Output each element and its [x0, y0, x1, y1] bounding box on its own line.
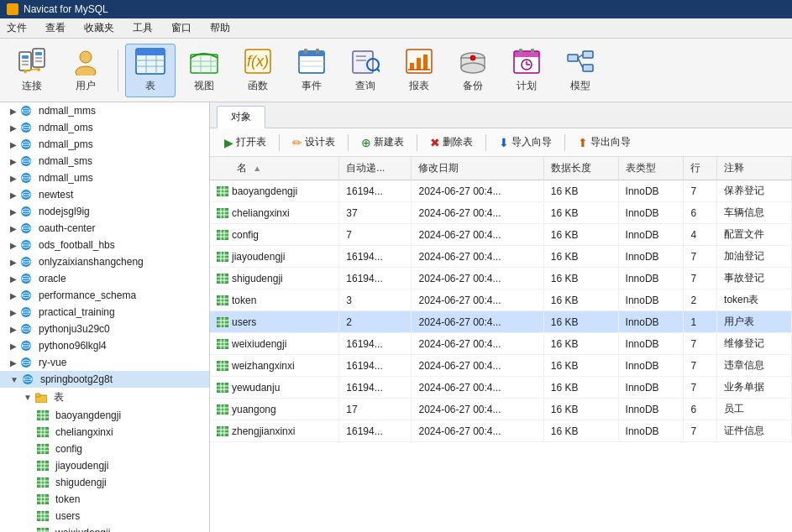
- menu-file[interactable]: 文件: [3, 19, 30, 37]
- backup-icon: [458, 48, 488, 76]
- export-icon: ⬆: [578, 136, 588, 149]
- sidebar-item[interactable]: ▶ods_football_hbs: [0, 237, 209, 253]
- col-data-size[interactable]: 数据长度: [543, 157, 618, 180]
- sidebar-item[interactable]: jiayoudengji: [0, 457, 209, 474]
- table-row[interactable]: config 7 2024-06-27 00:4... 16 KB InnoDB…: [210, 224, 792, 246]
- sidebar-item[interactable]: ▶onlyzaixianshangcheng: [0, 253, 209, 270]
- menu-tools[interactable]: 工具: [129, 19, 156, 37]
- table-row[interactable]: yewudanju 16194... 2024-06-27 00:4... 16…: [210, 377, 792, 399]
- svg-rect-181: [217, 252, 228, 262]
- cell-modified: 2024-06-27 00:4...: [412, 333, 543, 355]
- function-button[interactable]: f(x) 函数: [233, 44, 283, 97]
- user-button[interactable]: 用户: [60, 44, 111, 97]
- sidebar-item[interactable]: weixiudengji: [0, 524, 209, 532]
- col-engine[interactable]: 表类型: [618, 157, 684, 180]
- col-auto-inc[interactable]: 自动递...: [339, 157, 412, 180]
- sidebar-item[interactable]: baoyangdengji: [0, 407, 209, 424]
- sidebar-item[interactable]: ▶ndmall_mms: [0, 102, 209, 119]
- backup-button[interactable]: 备份: [448, 44, 498, 97]
- expand-arrow: ▼: [24, 393, 32, 402]
- cell-comment: 证件信息: [717, 420, 792, 442]
- sidebar-item[interactable]: config: [0, 441, 209, 457]
- sidebar-item[interactable]: ▶practical_training: [0, 304, 209, 321]
- col-modified[interactable]: 修改日期: [412, 157, 543, 180]
- col-name[interactable]: 名 ▲: [210, 157, 339, 180]
- menu-view[interactable]: 查看: [42, 19, 69, 37]
- sidebar-item[interactable]: ▶oauth-center: [0, 220, 209, 237]
- event-button[interactable]: 事件: [286, 44, 337, 97]
- menu-favorites[interactable]: 收藏夹: [81, 19, 118, 37]
- svg-rect-27: [299, 51, 324, 56]
- db-icon: [20, 256, 32, 268]
- cell-comment: 事故登记: [717, 268, 792, 289]
- new-table-button[interactable]: ⊕ 新建表: [354, 132, 412, 153]
- sidebar-item[interactable]: ▶performance_schema: [0, 287, 209, 304]
- table-row[interactable]: zhengjianxinxi 16194... 2024-06-27 00:4.…: [210, 420, 792, 442]
- sidebar-item[interactable]: ▶oracle: [0, 270, 209, 287]
- delete-table-button[interactable]: ✖ 删除表: [422, 132, 480, 153]
- view-button[interactable]: 视图: [179, 44, 229, 97]
- sidebar-item[interactable]: ▶ry-vue: [0, 354, 209, 371]
- sidebar-item[interactable]: cheliangxinxi: [0, 424, 209, 441]
- table-small-icon: [37, 528, 49, 532]
- col-rows[interactable]: 行: [684, 157, 717, 180]
- expand-arrow: ▶: [10, 224, 17, 233]
- obj-sep-5: [564, 134, 565, 151]
- table-row[interactable]: cheliangxinxi 37 2024-06-27 00:4... 16 K…: [210, 202, 792, 224]
- toolbar-separator-1: [118, 50, 118, 91]
- cell-name: token: [210, 289, 339, 311]
- schedule-label: 计划: [517, 79, 537, 93]
- expand-arrow: ▶: [10, 190, 17, 200]
- row-table-icon: [217, 426, 228, 436]
- query-button[interactable]: 查询: [340, 44, 391, 97]
- table-row[interactable]: baoyangdengji 16194... 2024-06-27 00:4..…: [210, 180, 792, 202]
- svg-rect-48: [519, 49, 522, 54]
- table-row[interactable]: token 3 2024-06-27 00:4... 16 KB InnoDB …: [210, 289, 792, 311]
- col-comment[interactable]: 注释: [717, 157, 792, 180]
- cell-comment: 用户表: [717, 311, 792, 333]
- sidebar-item-label: shigudengji: [55, 477, 107, 488]
- sidebar-item[interactable]: ▶ndmall_pms: [0, 136, 209, 153]
- table-row[interactable]: yuangong 17 2024-06-27 00:4... 16 KB Inn…: [210, 399, 792, 420]
- svg-rect-126: [37, 461, 49, 471]
- cell-rows: 7: [684, 355, 717, 377]
- table-row[interactable]: users 2 2024-06-27 00:4... 16 KB InnoDB …: [210, 311, 792, 333]
- table-row[interactable]: shigudengji 16194... 2024-06-27 00:4... …: [210, 268, 792, 289]
- sidebar-item[interactable]: ▶pythono96lkgl4: [0, 337, 209, 354]
- sidebar-item[interactable]: users: [0, 508, 209, 524]
- export-wizard-button[interactable]: ⬆ 导出向导: [570, 132, 638, 153]
- tab-objects[interactable]: 对象: [217, 106, 265, 128]
- svg-rect-211: [217, 383, 228, 393]
- svg-rect-5: [35, 52, 42, 55]
- open-table-button[interactable]: ▶ 打开表: [217, 132, 274, 153]
- sidebar-item[interactable]: ▶ndmall_ums: [0, 170, 209, 186]
- svg-rect-206: [217, 361, 228, 371]
- sidebar-item[interactable]: ▼springbootg2g8t: [0, 371, 209, 388]
- cell-name: baoyangdengji: [210, 180, 339, 202]
- sidebar-item[interactable]: ▼表: [0, 388, 209, 407]
- export-wizard-label: 导出向导: [590, 135, 631, 149]
- import-wizard-button[interactable]: ⬇ 导入向导: [491, 132, 559, 153]
- schedule-button[interactable]: 计划: [501, 44, 552, 97]
- model-button[interactable]: 模型: [555, 44, 606, 97]
- cell-data-size: 16 KB: [543, 180, 618, 202]
- table-row[interactable]: weixiudengji 16194... 2024-06-27 00:4...…: [210, 333, 792, 355]
- sidebar-item[interactable]: ▶ndmall_oms: [0, 119, 209, 136]
- cell-engine: InnoDB: [618, 246, 684, 268]
- table-row[interactable]: weizhangxinxi 16194... 2024-06-27 00:4..…: [210, 355, 792, 377]
- table-button[interactable]: 表: [125, 44, 176, 97]
- report-button[interactable]: 报表: [394, 44, 444, 97]
- sidebar-item[interactable]: ▶ndmall_sms: [0, 153, 209, 170]
- cell-data-size: 16 KB: [543, 355, 618, 377]
- menu-help[interactable]: 帮助: [207, 19, 233, 37]
- data-table: 名 ▲ 自动递... 修改日期 数据长度 表类型 行 注释: [210, 157, 792, 532]
- table-row[interactable]: jiayoudengji 16194... 2024-06-27 00:4...…: [210, 246, 792, 268]
- connect-button[interactable]: 连接: [7, 44, 57, 97]
- sidebar-item[interactable]: ▶newtest: [0, 186, 209, 203]
- sidebar-item[interactable]: ▶nodejsgl9ig: [0, 203, 209, 220]
- sidebar-item[interactable]: token: [0, 491, 209, 508]
- sidebar-item[interactable]: ▶pythonju3u29c0: [0, 321, 209, 337]
- design-table-button[interactable]: ✏ 设计表: [285, 132, 343, 153]
- menu-window[interactable]: 窗口: [168, 19, 195, 37]
- sidebar-item[interactable]: shigudengji: [0, 474, 209, 491]
